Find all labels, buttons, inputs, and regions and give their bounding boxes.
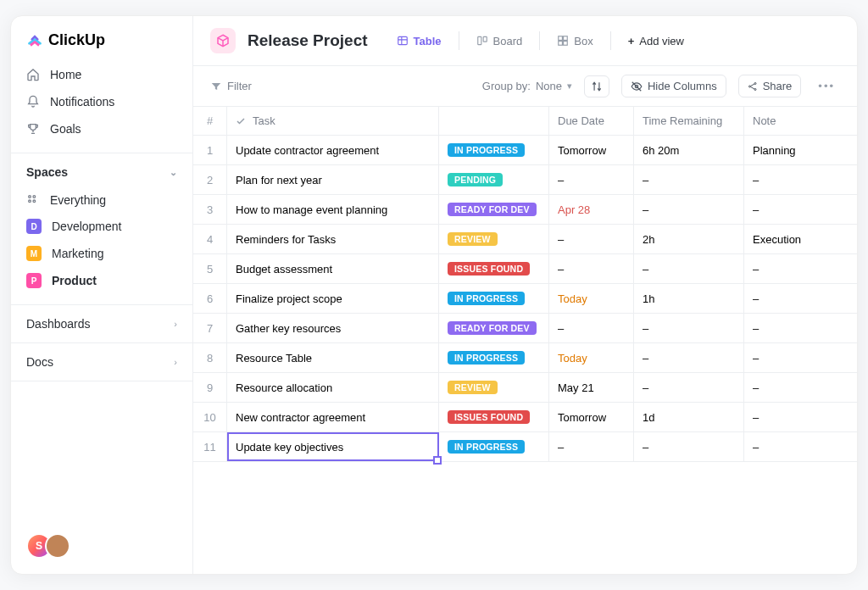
sidebar-item-development[interactable]: D Development — [18, 213, 186, 240]
cell-time[interactable]: 6h 20m — [634, 136, 744, 164]
cell-note[interactable]: – — [744, 254, 854, 283]
sidebar-item-everything[interactable]: Everything — [18, 187, 186, 213]
sidebar-item-docs[interactable]: Docs › — [11, 343, 192, 381]
table-row[interactable]: 4 Reminders for Tasks REVIEW – 2h Execut… — [193, 225, 857, 254]
cell-time[interactable]: 1h — [634, 284, 744, 313]
nav-goals[interactable]: Goals — [18, 115, 186, 142]
cell-note[interactable]: – — [744, 403, 854, 431]
table-row[interactable]: 10 New contractor agreement ISSUES FOUND… — [193, 403, 857, 432]
cell-due[interactable]: – — [549, 314, 634, 342]
col-num[interactable]: # — [193, 107, 227, 135]
cell-note[interactable]: – — [744, 165, 854, 194]
cell-task[interactable]: How to manage event planning — [227, 195, 439, 224]
groupby-button[interactable]: Group by: None ▾ — [482, 80, 572, 92]
add-view-button[interactable]: + Add view — [620, 30, 693, 53]
cell-time[interactable]: – — [634, 165, 744, 194]
table-row[interactable]: 8 Resource Table IN PROGRESS Today – – — [193, 343, 857, 373]
cell-due[interactable]: – — [549, 254, 634, 283]
cell-status[interactable]: READY FOR DEV — [439, 314, 549, 342]
cell-note[interactable]: – — [744, 343, 854, 372]
table-row[interactable]: 9 Resource allocation REVIEW May 21 – – — [193, 373, 857, 403]
cell-note[interactable]: – — [744, 195, 854, 224]
cell-note[interactable]: – — [744, 432, 854, 461]
cell-due[interactable]: Tomorrow — [549, 136, 634, 164]
sidebar-item-marketing[interactable]: M Marketing — [18, 240, 186, 267]
user-avatars[interactable]: S — [26, 533, 64, 559]
filter-button[interactable]: Filter — [210, 80, 252, 92]
cell-due[interactable]: Apr 28 — [549, 195, 634, 224]
cell-note[interactable]: – — [744, 373, 854, 402]
sidebar-item-dashboards[interactable]: Dashboards › — [11, 305, 192, 343]
cell-due[interactable]: Today — [549, 284, 634, 313]
sort-button[interactable] — [584, 75, 609, 97]
cell-due[interactable]: – — [549, 225, 634, 253]
cell-status[interactable]: REVIEW — [439, 373, 549, 402]
cell-time[interactable]: – — [634, 373, 744, 402]
cell-note[interactable]: – — [744, 314, 854, 342]
nav-home[interactable]: Home — [18, 61, 186, 88]
tab-table[interactable]: Table — [388, 30, 450, 53]
cell-task[interactable]: New contractor agreement — [227, 403, 439, 431]
table-row[interactable]: 5 Budget assessment ISSUES FOUND – – – — [193, 254, 857, 284]
cell-num: 6 — [193, 284, 227, 313]
cell-note[interactable]: Execution — [744, 225, 854, 253]
cell-status[interactable]: IN PROGRESS — [439, 284, 549, 313]
sidebar-item-product[interactable]: P Product — [18, 267, 186, 294]
table-row[interactable]: 11 Update key objectives IN PROGRESS – –… — [193, 432, 857, 462]
col-note[interactable]: Note — [744, 107, 854, 135]
project-icon[interactable] — [210, 28, 236, 53]
cell-task[interactable]: Finalize project scope — [227, 284, 439, 313]
cell-time[interactable]: – — [634, 314, 744, 342]
table-row[interactable]: 3 How to manage event planning READY FOR… — [193, 195, 857, 225]
cell-task[interactable]: Plan for next year — [227, 165, 439, 194]
cell-due[interactable]: – — [549, 165, 634, 194]
cell-task[interactable]: Update contractor agreement — [227, 136, 439, 164]
cell-task[interactable]: Reminders for Tasks — [227, 225, 439, 253]
col-status[interactable] — [439, 107, 549, 135]
cell-note[interactable]: Planning — [744, 136, 854, 164]
cell-status[interactable]: IN PROGRESS — [439, 343, 549, 372]
cell-status[interactable]: REVIEW — [439, 225, 549, 253]
cell-task[interactable]: Update key objectives — [227, 432, 439, 461]
cell-task[interactable]: Resource allocation — [227, 373, 439, 402]
cell-due[interactable]: – — [549, 432, 634, 461]
cell-time[interactable]: 1d — [634, 403, 744, 431]
cell-status[interactable]: READY FOR DEV — [439, 195, 549, 224]
cell-due[interactable]: Tomorrow — [549, 403, 634, 431]
table-row[interactable]: 6 Finalize project scope IN PROGRESS Tod… — [193, 284, 857, 314]
cell-task[interactable]: Budget assessment — [227, 254, 439, 283]
cell-time[interactable]: 2h — [634, 225, 744, 253]
avatar[interactable] — [45, 533, 70, 559]
col-due[interactable]: Due Date — [549, 107, 634, 135]
cell-time[interactable]: – — [634, 195, 744, 224]
tab-box[interactable]: Box — [548, 30, 601, 53]
more-button[interactable]: ••• — [813, 76, 840, 96]
cell-due[interactable]: May 21 — [549, 373, 634, 402]
col-time[interactable]: Time Remaining — [634, 107, 744, 135]
cell-task[interactable]: Resource Table — [227, 343, 439, 372]
col-task[interactable]: Task — [227, 107, 439, 135]
cell-time[interactable]: – — [634, 432, 744, 461]
cell-time[interactable]: – — [634, 343, 744, 372]
cell-status[interactable]: PENDING — [439, 165, 549, 194]
cell-status[interactable]: IN PROGRESS — [439, 432, 549, 461]
status-badge: IN PROGRESS — [448, 351, 525, 365]
share-button[interactable]: Share — [738, 75, 802, 97]
hide-columns-button[interactable]: Hide Columns — [621, 75, 726, 97]
spaces-header[interactable]: Spaces ⌄ — [11, 153, 192, 187]
cell-status[interactable]: IN PROGRESS — [439, 136, 549, 164]
brand-logo[interactable]: ClickUp — [11, 16, 192, 61]
groupby-value: None — [536, 80, 562, 92]
cell-time[interactable]: – — [634, 254, 744, 283]
separator — [539, 31, 540, 50]
table-row[interactable]: 7 Gather key resources READY FOR DEV – –… — [193, 314, 857, 343]
nav-notifications[interactable]: Notifications — [18, 88, 186, 115]
table-row[interactable]: 2 Plan for next year PENDING – – – — [193, 165, 857, 195]
cell-task[interactable]: Gather key resources — [227, 314, 439, 342]
table-row[interactable]: 1 Update contractor agreement IN PROGRES… — [193, 136, 857, 165]
cell-status[interactable]: ISSUES FOUND — [439, 403, 549, 431]
tab-board[interactable]: Board — [468, 30, 531, 53]
cell-note[interactable]: – — [744, 284, 854, 313]
cell-due[interactable]: Today — [549, 343, 634, 372]
cell-status[interactable]: ISSUES FOUND — [439, 254, 549, 283]
